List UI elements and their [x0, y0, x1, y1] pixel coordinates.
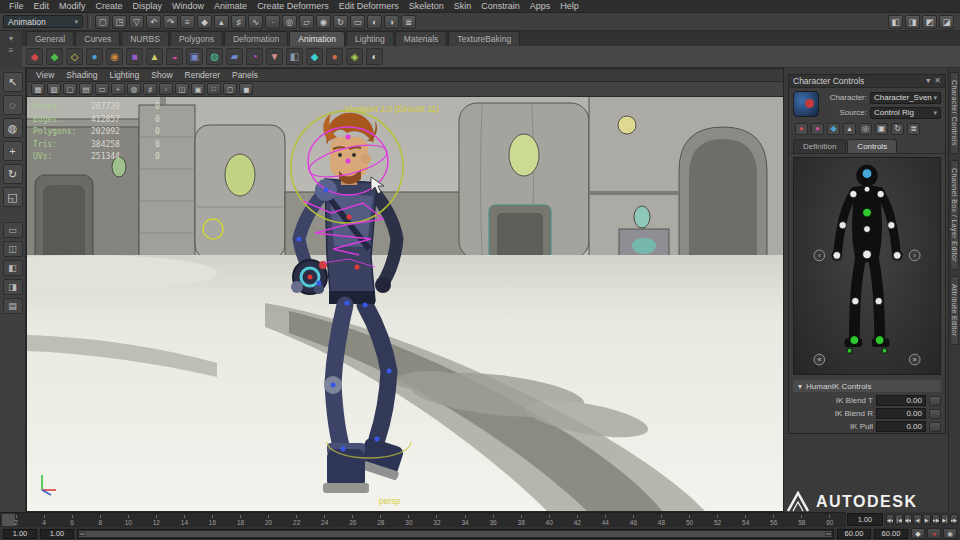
go-to-end-button[interactable]: ▶▶| [950, 514, 958, 525]
viewport-menu-item[interactable]: Shading [60, 70, 103, 80]
step-back-key-button[interactable]: |◀ [895, 514, 903, 525]
menu-item[interactable]: Animate [209, 1, 252, 11]
hik-menu-icon[interactable]: ≣ [907, 123, 920, 135]
select-component-icon[interactable]: ▴ [214, 15, 229, 29]
shelf-tab[interactable]: TextureBaking [448, 31, 520, 46]
move-tool[interactable]: + [3, 141, 23, 161]
snap-grid-icon[interactable]: ♯ [231, 15, 246, 29]
menu-item[interactable]: Help [555, 1, 584, 11]
select-tool[interactable]: ↖ [3, 72, 23, 92]
field-chart-icon[interactable]: ∷ [207, 83, 221, 95]
single-pane-layout[interactable]: ▭ [3, 222, 23, 238]
make-live-icon[interactable]: ◉ [316, 15, 331, 29]
panel-menu-icon[interactable]: ▾ [926, 76, 930, 85]
stance-pose-icon[interactable]: ▴ [843, 123, 856, 135]
field-value-input[interactable]: 0.00 [876, 395, 926, 406]
menu-item[interactable]: Constrain [476, 1, 525, 11]
set-key-tool[interactable]: ◆ [26, 48, 43, 65]
menu-item[interactable]: Display [128, 1, 168, 11]
menu-item[interactable]: Skeleton [404, 1, 449, 11]
sculpt-tool[interactable]: ▼ [266, 48, 283, 65]
jiggle-tool[interactable]: ◧ [286, 48, 303, 65]
viewport-menu-item[interactable]: Renderer [179, 70, 226, 80]
menu-set-selector[interactable]: Animation ▾ [3, 15, 83, 28]
playback-end-field[interactable]: 60.00 [837, 529, 871, 539]
image-plane-icon[interactable]: ▭ [95, 83, 109, 95]
grease-pencil-icon[interactable]: ◍ [127, 83, 141, 95]
body-part-key-icon[interactable]: ● [811, 123, 824, 135]
animation-preferences-button[interactable]: ◉ [943, 528, 957, 539]
scale-tool[interactable]: ◱ [3, 187, 23, 207]
undo-icon[interactable]: ↶ [146, 15, 161, 29]
redo-icon[interactable]: ↷ [163, 15, 178, 29]
snap-point-icon[interactable]: ∙ [265, 15, 280, 29]
shelf-tab[interactable]: General [26, 31, 74, 46]
stacked-pane-layout[interactable]: ◨ [3, 279, 23, 295]
snap-plane-icon[interactable]: ▱ [299, 15, 314, 29]
step-forward-frame-button[interactable]: ▶▶ [932, 514, 940, 525]
pin-translate-icon[interactable]: ◎ [859, 123, 872, 135]
snap-center-icon[interactable]: ◎ [282, 15, 297, 29]
wire-tool[interactable]: ◔ [246, 48, 263, 65]
shelf-tab[interactable]: Materials [395, 31, 447, 46]
slider-icon[interactable] [929, 409, 941, 419]
character-controls-titlebar[interactable]: Character Controls ▾ ✕ [789, 75, 945, 88]
humanik-controls-section[interactable]: ▾ HumanIK Controls [793, 380, 941, 392]
toggle-tool-settings-icon[interactable]: ◩ [922, 15, 937, 29]
motion-path-tool[interactable]: ▲ [146, 48, 163, 65]
character-representation[interactable]: ‹ › « » [793, 157, 941, 375]
character-panel-tab[interactable]: Controls [847, 139, 897, 153]
auto-keyframe-toggle[interactable]: ● [927, 528, 941, 539]
close-icon[interactable]: ✕ [934, 76, 941, 85]
save-scene-icon[interactable]: ▽ [129, 15, 144, 29]
toggle-modeling-toolkit-icon[interactable]: ◧ [888, 15, 903, 29]
persp-graph-layout[interactable]: ▤ [3, 298, 23, 314]
lasso-select-tool[interactable]: ◌ [3, 95, 23, 115]
shelf-tab[interactable]: Curves [75, 31, 120, 46]
resolution-gate-icon[interactable]: ◫ [175, 83, 189, 95]
joint-tool[interactable]: ◉ [106, 48, 123, 65]
menu-item[interactable]: Apps [525, 1, 556, 11]
dock-tab[interactable]: Character Controls [950, 72, 959, 154]
menu-item[interactable]: Create Deformers [252, 1, 334, 11]
play-backwards-button[interactable]: ◀ [913, 514, 921, 525]
lock-camera-icon[interactable]: ▧ [47, 83, 61, 95]
field-value-input[interactable]: 0.00 [876, 408, 926, 419]
source-select[interactable]: Control Rig ▾ [870, 107, 941, 119]
gate-mask-icon[interactable]: ▣ [191, 83, 205, 95]
character-select[interactable]: Character_Sven ▾ [870, 92, 941, 104]
selection-key-icon[interactable]: ◆ [827, 123, 840, 135]
grid-toggle-icon[interactable]: ♯ [143, 83, 157, 95]
ipr-render-icon[interactable]: ◑ [384, 15, 399, 29]
range-slider[interactable] [77, 529, 834, 539]
toggle-attribute-editor-icon[interactable]: ◨ [905, 15, 920, 29]
rotate-tool[interactable]: ↻ [3, 164, 23, 184]
bend-tool[interactable]: ● [326, 48, 343, 65]
animation-start-field[interactable]: 1.00 [3, 529, 37, 539]
twist-tool[interactable]: ◈ [346, 48, 363, 65]
persp-outliner-layout[interactable]: ◧ [3, 260, 23, 276]
2d-pan-zoom-icon[interactable]: + [111, 83, 125, 95]
pin-rotate-icon[interactable]: ▣ [875, 123, 888, 135]
dock-tab[interactable]: Attribute Editor [950, 276, 959, 345]
step-forward-key-button[interactable]: ▶| [941, 514, 949, 525]
menu-item[interactable]: Modify [54, 1, 91, 11]
current-time-field[interactable]: 1.00 [847, 513, 883, 526]
render-settings-icon[interactable]: ≣ [401, 15, 416, 29]
field-value-input[interactable]: 0.00 [876, 421, 926, 432]
safe-action-icon[interactable]: ◻ [223, 83, 237, 95]
select-object-icon[interactable]: ◆ [197, 15, 212, 29]
viewport-menu-item[interactable]: Lighting [103, 70, 145, 80]
ik-handle-tool[interactable]: ● [86, 48, 103, 65]
camera-attributes-icon[interactable]: ▢ [63, 83, 77, 95]
lattice-tool[interactable]: ▣ [186, 48, 203, 65]
wrap-tool[interactable]: ▰ [226, 48, 243, 65]
shelf-tab[interactable]: Polygons [170, 31, 223, 46]
wave-tool[interactable]: ◐ [366, 48, 383, 65]
select-hierarchy-icon[interactable]: ≡ [180, 15, 195, 29]
slider-icon[interactable] [929, 422, 941, 432]
blend-shape-tool[interactable]: ◍ [206, 48, 223, 65]
shelf-menu[interactable]: ▾≡ [2, 32, 20, 66]
paint-select-tool[interactable]: ◍ [3, 118, 23, 138]
select-camera-icon[interactable]: ▦ [31, 83, 45, 95]
